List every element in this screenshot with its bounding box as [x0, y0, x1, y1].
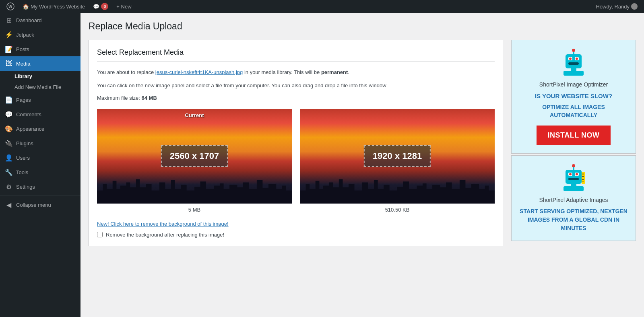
svg-rect-24 — [582, 175, 584, 175]
sidebar-label-jetpack: Jetpack — [16, 32, 76, 38]
sidebar-label-appearance: Appearance — [16, 126, 76, 132]
comments-count: 0 — [101, 3, 108, 10]
new-file-size: 510.50 KB — [385, 207, 410, 213]
robot-icon-2 — [559, 164, 588, 192]
main-content: Replace Media Upload Select Replacement … — [80, 13, 644, 317]
ad1-plugin-name: ShortPixel Image Optimizer — [520, 81, 627, 88]
sidebar-item-dashboard[interactable]: ⊞ Dashboard — [0, 13, 80, 27]
city-silhouette-current — [97, 171, 292, 204]
ad2-plugin-name: ShortPixel Adaptive Images — [520, 197, 627, 203]
remove-bg-link[interactable]: New! Click here to remove the background… — [97, 221, 495, 227]
sidebar-item-tools[interactable]: 🔧 Tools — [0, 165, 80, 179]
new-content-button[interactable]: + New — [113, 0, 134, 13]
svg-rect-28 — [582, 181, 584, 181]
filename-link[interactable]: jesus-curiel-nskeft4t1KA-unsplash.jpg — [155, 69, 243, 75]
sidebar-label-posts: Posts — [16, 46, 76, 52]
svg-rect-25 — [582, 176, 584, 177]
permanent-label: permanent — [321, 69, 348, 75]
new-image-wrapper[interactable]: 1920 x 1281 — [300, 109, 495, 204]
svg-rect-26 — [582, 178, 584, 178]
posts-icon: 📝 — [5, 45, 13, 53]
svg-rect-17 — [568, 178, 579, 180]
install-now-button[interactable]: INSTALL NOW — [537, 126, 611, 145]
max-file-size-value: 64 MB — [142, 95, 157, 101]
remove-bg-checkbox[interactable] — [97, 232, 103, 237]
sidebar-item-jetpack[interactable]: ⚡ Jetpack — [0, 27, 80, 42]
desc-part2: in your media library. This will be — [243, 69, 321, 75]
sidebar-item-appearance[interactable]: 🎨 Appearance — [0, 121, 80, 136]
sidebar-item-settings[interactable]: ⚙ Settings — [0, 179, 80, 194]
svg-text:W: W — [8, 4, 12, 9]
tools-icon: 🔧 — [5, 169, 13, 176]
sidebar-label-tools: Tools — [16, 169, 76, 175]
content-area: Select Replacement Media You are about t… — [89, 40, 636, 246]
section-title: Select Replacement Media — [97, 48, 495, 62]
svg-point-11 — [572, 49, 575, 52]
media-icon: 🖼 — [5, 60, 13, 67]
svg-rect-2 — [566, 54, 582, 68]
svg-rect-23 — [582, 173, 584, 173]
sidebar-label-plugins: Plugins — [16, 140, 76, 146]
site-name-button[interactable]: 🏠 My WordPress Website — [19, 0, 88, 13]
description-text: You are about to replace jesus-curiel-ns… — [97, 68, 495, 77]
sidebar-item-pages[interactable]: 📄 Pages — [0, 93, 80, 107]
site-name: My WordPress Website — [31, 4, 85, 10]
city-silhouette-new — [300, 171, 495, 204]
howdy-button[interactable]: Howdy, Randy — [592, 0, 641, 13]
sidebar-label-comments: Comments — [16, 111, 76, 117]
comments-button[interactable]: 💬 0 — [90, 0, 111, 13]
svg-rect-18 — [571, 184, 576, 186]
current-image-label: Current — [97, 112, 292, 118]
settings-icon: ⚙ — [5, 183, 13, 191]
wp-logo-button[interactable]: W — [3, 0, 18, 13]
sidebar-item-media[interactable]: 🖼 Media — [0, 56, 80, 71]
svg-rect-7 — [568, 62, 579, 65]
svg-rect-27 — [582, 179, 584, 180]
desc-part3: . — [348, 69, 349, 75]
max-file-size-label: Maximum file size: — [97, 95, 142, 101]
page-title: Replace Media Upload — [89, 21, 636, 32]
new-image-dimensions: 1920 x 1281 — [364, 145, 431, 167]
svg-rect-12 — [566, 170, 582, 184]
svg-rect-8 — [571, 68, 576, 71]
sidebar-label-users: Users — [16, 155, 76, 161]
collapse-icon: ◀ — [5, 201, 13, 209]
sidebar-item-comments[interactable]: 💬 Comments — [0, 107, 80, 121]
robot-icon-1 — [559, 48, 588, 76]
ad-card-1: ShortPixel Image Optimizer IS YOUR WEBSI… — [511, 40, 636, 154]
sidebar-ads: ShortPixel Image Optimizer IS YOUR WEBSI… — [511, 40, 636, 241]
svg-point-16 — [576, 173, 578, 175]
sidebar-item-plugins[interactable]: 🔌 Plugins — [0, 136, 80, 150]
svg-rect-9 — [564, 71, 584, 76]
svg-point-6 — [576, 58, 578, 60]
remove-bg-checkbox-label[interactable]: Remove the background after replacing th… — [106, 232, 224, 238]
sidebar-subitem-add-new[interactable]: Add New Media File — [0, 82, 80, 93]
description2: You can click on the new image panel and… — [97, 82, 495, 90]
add-new-label: Add New Media File — [14, 84, 61, 90]
comments-icon: 💬 — [5, 111, 13, 118]
ad2-headline: START SERVING OPTIMIZED, NEXTGEN IMAGES … — [520, 207, 627, 233]
new-image-slot[interactable]: 1920 x 1281 510.50 KB — [300, 109, 495, 213]
current-file-size: 5 MB — [188, 207, 200, 213]
remove-bg-checkbox-row: Remove the background after replacing th… — [97, 232, 495, 238]
current-image-slot: Current 2560 x 1707 5 MB — [97, 109, 292, 213]
sidebar-item-posts[interactable]: 📝 Posts — [0, 42, 80, 56]
jetpack-icon: ⚡ — [5, 31, 13, 39]
sidebar-label-media: Media — [16, 61, 76, 67]
sidebar-label-pages: Pages — [16, 97, 76, 103]
ad-card-2: ShortPixel Adaptive Images START SERVING… — [511, 155, 636, 241]
svg-point-15 — [569, 173, 572, 175]
howdy-text: Howdy, Randy — [596, 4, 630, 10]
svg-rect-19 — [564, 186, 584, 191]
svg-point-5 — [569, 58, 572, 60]
dashboard-icon: ⊞ — [5, 16, 13, 24]
desc-part1: You are about to replace — [97, 69, 155, 75]
ad1-subheadline: OPTIMIZE ALL IMAGES AUTOMATICALLY — [520, 103, 627, 119]
sidebar: ⊞ Dashboard ⚡ Jetpack 📝 Posts 🖼 Media Li… — [0, 13, 80, 317]
sidebar-item-users[interactable]: 👤 Users — [0, 150, 80, 165]
main-panel: Select Replacement Media You are about t… — [89, 40, 503, 246]
sidebar-label-dashboard: Dashboard — [16, 17, 76, 23]
avatar — [631, 3, 638, 10]
sidebar-subitem-library[interactable]: Library — [0, 71, 80, 82]
collapse-menu-button[interactable]: ◀ Collapse menu — [0, 198, 80, 212]
